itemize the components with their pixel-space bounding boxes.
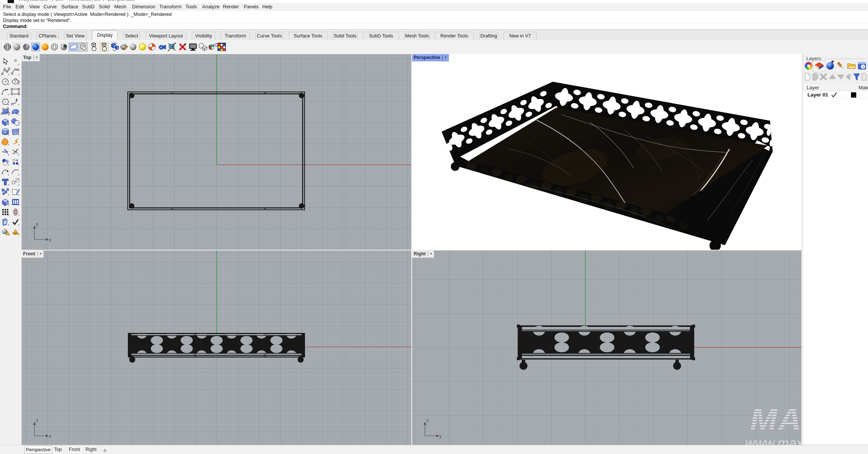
svg-text:x: x bbox=[49, 434, 51, 439]
svg-text:y: y bbox=[439, 434, 442, 439]
svg-text:x: x bbox=[49, 237, 51, 243]
svg-text:z: z bbox=[36, 418, 38, 423]
svg-text:www.max: www.max bbox=[745, 435, 801, 445]
svg-text:MAX: MAX bbox=[750, 401, 801, 437]
svg-text:y: y bbox=[36, 221, 38, 227]
svg-text:z: z bbox=[426, 418, 429, 423]
svg-text:?: ? bbox=[862, 65, 864, 69]
